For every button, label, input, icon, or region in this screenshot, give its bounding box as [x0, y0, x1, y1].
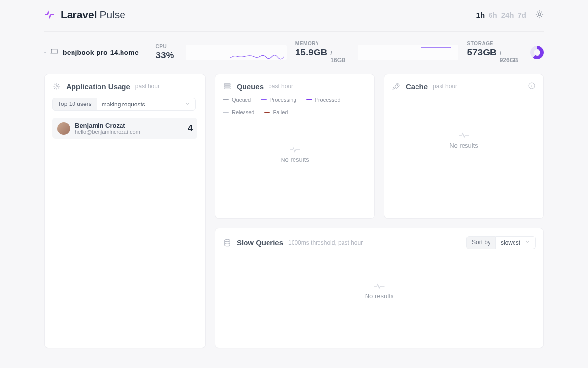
storage-donut-icon	[530, 46, 544, 59]
usage-icon	[52, 82, 61, 91]
slow-empty-text: No results	[365, 292, 394, 300]
laptop-icon	[50, 47, 59, 57]
memory-sparkline	[358, 45, 458, 60]
theme-toggle-button[interactable]	[535, 10, 544, 20]
status-dot-icon	[44, 52, 46, 53]
info-icon[interactable]	[528, 82, 536, 91]
legend-label: Processed	[315, 97, 341, 103]
memory-total: / 16GB	[330, 50, 349, 64]
storage-value: 573GB	[467, 47, 496, 58]
topbar: Laravel Pulse 1h 6h 24h 7d	[44, 9, 544, 32]
sort-label: Sort by	[466, 236, 496, 249]
slow-subtitle: 1000ms threshold, past hour	[288, 239, 363, 246]
usage-subtitle: past hour	[135, 83, 160, 90]
cache-title: Cache	[406, 82, 428, 91]
storage-label: STORAGE	[467, 41, 521, 46]
svg-point-6	[397, 85, 398, 86]
sort-value: slowest	[501, 239, 520, 246]
svg-rect-3	[224, 84, 230, 85]
legend-swatch-icon	[223, 99, 229, 100]
svg-point-2	[56, 86, 58, 87]
cache-subtitle: past hour	[433, 83, 457, 90]
svg-rect-1	[51, 49, 57, 53]
queues-legend: QueuedProcessingProcessedReleasedFailed	[223, 97, 367, 115]
usage-filter-value: making requests	[102, 101, 145, 108]
queues-card: Queues past hour QueuedProcessingProcess…	[215, 74, 375, 219]
legend-swatch-icon	[306, 99, 312, 100]
avatar	[57, 122, 70, 135]
queues-empty-state: No results	[223, 115, 367, 194]
pulse-logo-icon	[44, 9, 56, 21]
cache-card: Cache past hour No results	[384, 74, 544, 219]
usage-filter-label: Top 10 users	[52, 98, 97, 111]
legend-item: Queued	[223, 97, 251, 103]
legend-swatch-icon	[261, 99, 267, 100]
user-row[interactable]: Benjamin Crozat hello@benjamincrozat.com…	[52, 118, 197, 139]
legend-item: Released	[223, 109, 254, 115]
svg-point-0	[538, 13, 541, 16]
time-tab-1h[interactable]: 1h	[476, 11, 485, 19]
time-tab-24h[interactable]: 24h	[501, 11, 514, 19]
legend-label: Failed	[273, 109, 288, 115]
queues-empty-text: No results	[280, 156, 309, 163]
cache-empty-state: No results	[392, 91, 536, 189]
legend-label: Released	[232, 109, 254, 115]
brand-light: Pulse	[99, 9, 125, 20]
cpu-value: 33%	[155, 50, 177, 61]
rocket-icon	[392, 82, 401, 91]
cpu-label: CPU	[155, 44, 177, 49]
user-email: hello@benjamincrozat.com	[75, 129, 183, 135]
brand: Laravel Pulse	[44, 9, 125, 21]
time-tab-6h[interactable]: 6h	[489, 11, 497, 19]
legend-item: Processed	[306, 97, 341, 103]
queues-icon	[223, 82, 232, 91]
usage-filter-select[interactable]: making requests	[97, 98, 196, 111]
legend-item: Failed	[264, 109, 288, 115]
chevron-down-icon	[524, 239, 530, 246]
queues-subtitle: past hour	[269, 83, 293, 90]
brand-text: Laravel Pulse	[61, 9, 125, 21]
svg-rect-4	[224, 86, 230, 87]
storage-total: / 926GB	[500, 50, 521, 64]
sun-icon	[535, 10, 544, 20]
server-name: benjbook-pro-14.home	[63, 49, 139, 56]
user-count: 4	[188, 123, 193, 133]
slow-queries-card: Slow Queries 1000ms threshold, past hour…	[215, 228, 544, 348]
cache-empty-text: No results	[449, 142, 478, 149]
database-icon	[223, 238, 232, 247]
svg-rect-5	[224, 88, 230, 89]
slow-title: Slow Queries	[237, 238, 283, 247]
user-name: Benjamin Crozat	[75, 122, 183, 129]
application-usage-card: Application Usage past hour Top 10 users…	[44, 74, 206, 348]
legend-swatch-icon	[223, 112, 229, 113]
legend-item: Processing	[261, 97, 296, 103]
svg-point-8	[225, 239, 230, 242]
slow-empty-state: No results	[223, 249, 536, 333]
queues-title: Queues	[237, 82, 264, 91]
legend-label: Processing	[270, 97, 296, 103]
brand-strong: Laravel	[61, 9, 97, 20]
legend-label: Queued	[232, 97, 251, 103]
cpu-sparkline	[186, 45, 286, 60]
memory-label: MEMORY	[295, 41, 349, 46]
sort-select[interactable]: slowest	[496, 236, 536, 249]
time-range-tabs: 1h 6h 24h 7d	[476, 11, 526, 19]
usage-title: Application Usage	[66, 82, 130, 91]
chevron-down-icon	[184, 101, 190, 108]
server-metrics-row: benjbook-pro-14.home CPU 33% MEMORY 15.9…	[44, 32, 544, 71]
legend-swatch-icon	[264, 112, 270, 113]
memory-value: 15.9GB	[295, 47, 327, 58]
time-tab-7d[interactable]: 7d	[517, 11, 526, 19]
